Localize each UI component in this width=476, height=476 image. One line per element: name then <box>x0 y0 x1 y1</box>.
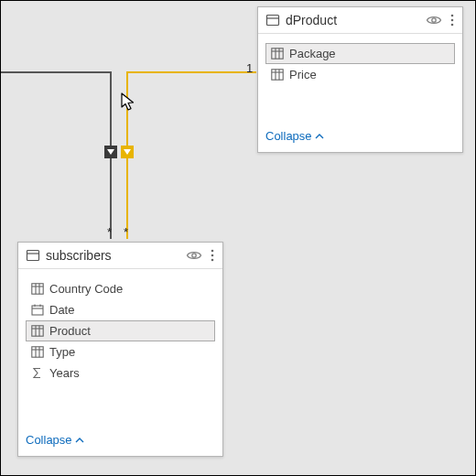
cardinality-many: * <box>124 225 128 239</box>
relationship-line-active[interactable] <box>126 71 256 73</box>
svg-rect-6 <box>271 49 282 59</box>
field-label: Price <box>289 68 317 81</box>
collapse-label: Collapse <box>26 433 72 447</box>
chevron-up-icon <box>75 434 84 447</box>
field-row-price[interactable]: Price <box>265 64 455 85</box>
svg-point-3 <box>451 15 454 17</box>
column-icon <box>30 346 44 358</box>
field-label: Package <box>289 47 336 60</box>
collapse-label: Collapse <box>265 129 312 143</box>
svg-point-16 <box>192 254 196 257</box>
svg-rect-24 <box>32 306 43 315</box>
table-card-header[interactable]: dProduct <box>258 7 462 33</box>
table-icon <box>265 13 280 27</box>
column-icon <box>30 283 44 295</box>
svg-point-4 <box>451 19 454 22</box>
visibility-icon[interactable] <box>426 14 442 27</box>
field-label: Date <box>49 303 74 317</box>
divider <box>258 33 462 34</box>
svg-point-5 <box>451 24 454 27</box>
sum-icon <box>30 367 44 379</box>
field-row-type[interactable]: Type <box>26 341 215 362</box>
table-card-dproduct[interactable]: dProduct Package <box>257 6 463 153</box>
collapse-link[interactable]: Collapse <box>265 129 324 143</box>
mouse-cursor-icon <box>121 92 137 115</box>
table-card-header[interactable]: subscribers <box>18 243 222 268</box>
table-icon <box>26 248 40 263</box>
svg-rect-32 <box>31 347 42 357</box>
svg-point-18 <box>211 254 214 257</box>
column-icon <box>30 325 44 337</box>
more-options-icon[interactable] <box>210 248 215 263</box>
field-list: Country Code Date <box>18 278 222 424</box>
collapse-row: Collapse <box>18 424 222 456</box>
svg-rect-28 <box>31 326 42 336</box>
filter-direction-icon <box>121 146 134 158</box>
field-label: Type <box>49 345 75 359</box>
svg-rect-14 <box>27 251 39 261</box>
svg-point-2 <box>432 18 436 22</box>
field-row-country-code[interactable]: Country Code <box>26 278 215 299</box>
svg-rect-0 <box>267 16 279 26</box>
field-list: Package Price <box>258 43 462 120</box>
collapse-row: Collapse <box>258 120 462 152</box>
relationship-line[interactable] <box>1 71 111 73</box>
field-row-years[interactable]: Years <box>26 362 215 384</box>
svg-rect-10 <box>271 70 282 80</box>
filter-direction-icon <box>104 146 117 158</box>
field-label: Country Code <box>49 282 123 296</box>
cardinality-many: * <box>107 225 112 239</box>
table-title: subscribers <box>46 248 180 263</box>
field-label: Product <box>49 324 91 338</box>
field-row-package[interactable]: Package <box>265 43 455 64</box>
svg-rect-20 <box>31 284 42 294</box>
column-icon <box>270 48 284 60</box>
calendar-icon <box>30 304 44 316</box>
field-row-date[interactable]: Date <box>26 299 215 320</box>
visibility-icon[interactable] <box>186 249 202 262</box>
svg-point-19 <box>211 259 214 262</box>
table-card-subscribers[interactable]: subscribers Country Code <box>17 242 223 457</box>
column-icon <box>270 69 284 81</box>
divider <box>18 268 222 269</box>
table-title: dProduct <box>286 13 420 27</box>
cardinality-one: 1 <box>246 61 253 75</box>
more-options-icon[interactable] <box>449 13 455 27</box>
field-row-product[interactable]: Product <box>26 320 215 341</box>
field-label: Years <box>49 366 80 380</box>
chevron-up-icon <box>315 130 324 143</box>
collapse-link[interactable]: Collapse <box>26 433 84 447</box>
svg-point-17 <box>211 250 214 253</box>
